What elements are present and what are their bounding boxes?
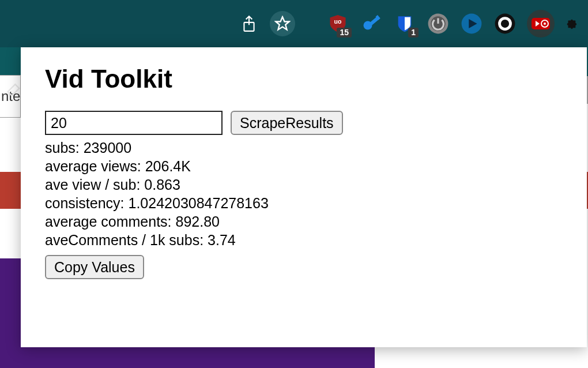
stat-label: aveComments / 1k subs: — [45, 232, 208, 248]
stat-value: 892.80 — [176, 213, 220, 230]
popup-title: Vid Toolkit — [45, 65, 563, 93]
key-icon[interactable] — [360, 12, 383, 35]
bitwarden-icon[interactable]: 1 — [393, 12, 416, 35]
ring-icon[interactable] — [493, 12, 517, 35]
youtube-gear-icon[interactable] — [527, 10, 555, 37]
stat-avg-views: average views: 206.4K — [45, 157, 563, 175]
stat-value: 3.74 — [208, 232, 236, 248]
stat-label: average views: — [45, 158, 145, 174]
ublock-badge: 15 — [337, 28, 352, 37]
stat-value: 206.4K — [145, 158, 191, 174]
bookmark-star-icon[interactable] — [270, 11, 295, 36]
svg-point-10 — [495, 14, 515, 34]
stat-subs: subs: 239000 — [45, 138, 563, 157]
stat-consistency: consistency: 1.0242030847278163 — [45, 194, 563, 212]
background-eraser-icon — [6, 80, 22, 98]
stat-value: 0.863 — [144, 177, 180, 193]
stat-value: 1.0242030847278163 — [129, 195, 269, 211]
stat-label: ave view / sub: — [45, 177, 144, 193]
stat-label: average comments: — [45, 213, 176, 230]
controls-row: ScrapeResults — [45, 111, 563, 135]
copy-values-button[interactable]: Copy Values — [45, 255, 144, 279]
svg-point-15 — [544, 22, 546, 25]
power-icon[interactable] — [427, 12, 450, 35]
stats-block: subs: 239000 average views: 206.4K ave v… — [45, 138, 563, 249]
play-circle-icon[interactable] — [460, 12, 483, 35]
stat-value: 239000 — [84, 140, 131, 156]
share-icon[interactable] — [239, 13, 259, 34]
extension-popup: Vid Toolkit ScrapeResults subs: 239000 a… — [21, 47, 587, 347]
stat-view-per-sub: ave view / sub: 0.863 — [45, 175, 563, 194]
svg-text:uo: uo — [334, 18, 342, 25]
stat-label: consistency: — [45, 195, 129, 211]
browser-toolbar: uo 15 1 — [0, 0, 588, 47]
count-input[interactable] — [45, 111, 223, 135]
extensions-puzzle-icon[interactable] — [565, 12, 578, 35]
scrape-results-button[interactable]: ScrapeResults — [231, 111, 343, 135]
stat-label: subs: — [45, 140, 84, 156]
stat-comments-per-1k: aveComments / 1k subs: 3.74 — [45, 231, 563, 249]
stat-avg-comments: average comments: 892.80 — [45, 212, 563, 231]
bitwarden-badge: 1 — [408, 28, 419, 37]
svg-marker-1 — [276, 17, 289, 29]
ublock-icon[interactable]: uo 15 — [326, 12, 349, 35]
